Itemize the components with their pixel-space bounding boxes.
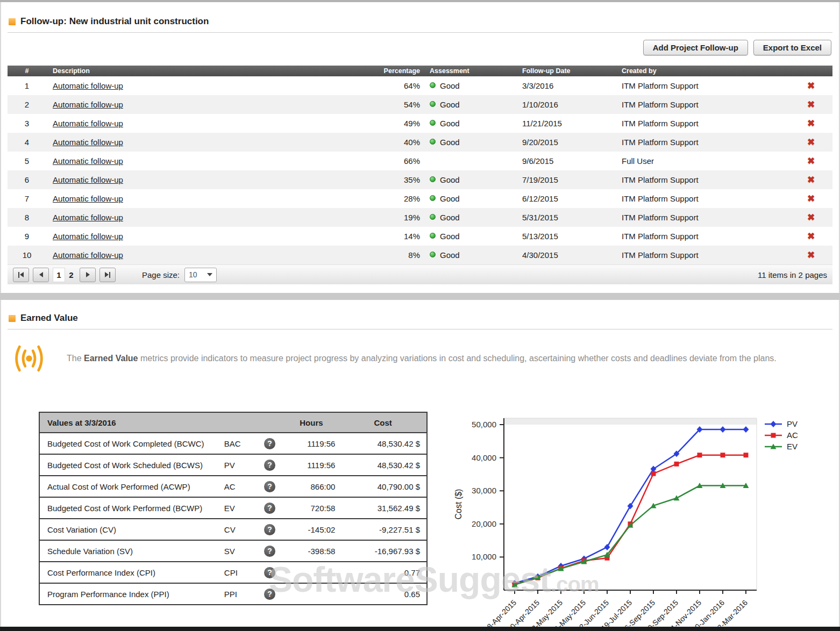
followup-link[interactable]: Automatic follow-up xyxy=(53,119,123,128)
metric-cost: 0.77 xyxy=(339,562,427,583)
followup-link[interactable]: Automatic follow-up xyxy=(53,213,123,222)
delete-icon[interactable]: ✖ xyxy=(807,193,815,204)
assessment-good-icon xyxy=(430,176,436,182)
orange-square-icon xyxy=(9,315,16,322)
table-row: 3Automatic follow-up49%Good11/21/2015ITM… xyxy=(8,114,832,133)
cell-created-by: ITM Platform Support xyxy=(622,81,789,90)
cell-created-by: ITM Platform Support xyxy=(622,232,789,241)
cell-followup-date: 9/6/2015 xyxy=(522,156,622,166)
delete-icon[interactable]: ✖ xyxy=(807,118,815,128)
metric-label: Schedule Variation (SV) xyxy=(39,540,224,562)
column-header-description[interactable]: Description xyxy=(46,67,355,75)
pager-prev-button[interactable] xyxy=(33,268,49,282)
cell-delete: ✖ xyxy=(789,137,832,148)
cell-number: 7 xyxy=(8,194,46,203)
cell-assessment: Good xyxy=(420,175,522,184)
pager-last-button[interactable] xyxy=(99,268,116,282)
assessment-good-icon xyxy=(430,233,436,239)
metrics-body: Budgeted Cost of Work Completed (BCWC)BA… xyxy=(39,433,427,605)
cell-created-by: ITM Platform Support xyxy=(622,119,789,128)
assessment-good-icon xyxy=(430,82,436,88)
table-row: 8Automatic follow-up19%Good5/31/2015ITM … xyxy=(8,208,832,227)
metric-cost: 31,562.49 $ xyxy=(339,497,427,519)
cell-assessment: Good xyxy=(420,250,522,260)
metric-cost: 0.65 xyxy=(339,583,427,605)
cell-description: Automatic follow-up xyxy=(46,213,355,222)
followup-link[interactable]: Automatic follow-up xyxy=(53,156,123,166)
cell-delete: ✖ xyxy=(789,249,832,261)
column-header-assessment[interactable]: Assessment xyxy=(420,67,522,75)
y-tick-label: 10,000 xyxy=(472,552,496,561)
followup-link[interactable]: Automatic follow-up xyxy=(53,100,123,109)
help-icon[interactable]: ? xyxy=(264,503,275,514)
earned-value-section-title: Earned Value xyxy=(9,313,78,324)
delete-icon[interactable]: ✖ xyxy=(807,175,815,185)
metric-label: Budgeted Cost of Work Scheduled (BCWS) xyxy=(39,454,224,476)
cell-delete: ✖ xyxy=(789,212,832,223)
followup-link[interactable]: Automatic follow-up xyxy=(53,81,123,90)
earned-value-info: The Earned Value metrics provide indicat… xyxy=(12,344,830,373)
legend-item-AC: AC xyxy=(764,431,798,440)
delete-icon[interactable]: ✖ xyxy=(807,250,815,260)
delete-icon[interactable]: ✖ xyxy=(807,212,815,223)
followup-link[interactable]: Automatic follow-up xyxy=(53,138,123,147)
metrics-row: Cost Performance Index (CPI)CPI?0.77 xyxy=(39,562,427,583)
delete-icon[interactable]: ✖ xyxy=(807,99,815,110)
cell-followup-date: 5/13/2015 xyxy=(522,232,622,241)
metric-label: Program Performance Index (PPI) xyxy=(39,583,224,605)
column-header-percentage[interactable]: Percentage xyxy=(355,67,420,75)
metric-cost: -16,967.93 $ xyxy=(339,540,427,562)
column-header-created-by[interactable]: Created by xyxy=(622,67,789,75)
delete-icon[interactable]: ✖ xyxy=(807,137,815,147)
metrics-row: Actual Cost of Work Performed (ACWP)AC?8… xyxy=(39,476,427,497)
section-divider xyxy=(0,293,840,300)
page-size-dropdown[interactable]: 10 xyxy=(184,268,217,282)
help-icon[interactable]: ? xyxy=(264,567,275,578)
export-to-excel-button[interactable]: Export to Excel xyxy=(753,40,831,55)
cell-assessment: Good xyxy=(420,194,522,203)
delete-icon[interactable]: ✖ xyxy=(807,156,815,166)
cell-created-by: ITM Platform Support xyxy=(622,138,789,147)
followup-link[interactable]: Automatic follow-up xyxy=(53,175,123,184)
metric-code: CV xyxy=(224,519,257,540)
page-size-label: Page size: xyxy=(142,270,180,279)
cell-description: Automatic follow-up xyxy=(46,81,355,90)
cell-percentage: 14% xyxy=(355,232,420,241)
cell-percentage: 28% xyxy=(355,194,420,203)
metric-code: AC xyxy=(224,476,257,497)
metric-label: Cost Performance Index (CPI) xyxy=(39,562,224,583)
title-divider xyxy=(8,329,832,329)
column-header-number[interactable]: # xyxy=(8,67,46,75)
cell-description: Automatic follow-up xyxy=(46,138,355,147)
cell-percentage: 64% xyxy=(355,81,420,90)
metric-hours: -398:58 xyxy=(283,540,340,562)
assessment-good-icon xyxy=(430,139,436,145)
add-project-followup-button[interactable]: Add Project Follow-up xyxy=(643,40,748,55)
help-icon[interactable]: ? xyxy=(264,524,275,535)
followup-link[interactable]: Automatic follow-up xyxy=(53,232,123,241)
assessment-label: Good xyxy=(440,194,460,203)
cell-delete: ✖ xyxy=(789,80,832,91)
earned-value-title: Earned Value xyxy=(20,313,78,324)
column-header-date[interactable]: Follow-up Date xyxy=(522,67,622,75)
help-icon[interactable]: ? xyxy=(264,589,275,600)
help-icon[interactable]: ? xyxy=(264,460,275,471)
help-icon[interactable]: ? xyxy=(264,481,275,492)
metric-code: PV xyxy=(224,454,257,476)
followup-link[interactable]: Automatic follow-up xyxy=(53,194,123,203)
pager-page-1[interactable]: 1 xyxy=(53,268,65,282)
metrics-row: Schedule Variation (SV)SV?-398:58-16,967… xyxy=(39,540,427,562)
followup-link[interactable]: Automatic follow-up xyxy=(53,250,123,260)
help-icon[interactable]: ? xyxy=(264,546,275,557)
pager-first-button[interactable] xyxy=(13,268,29,282)
prev-page-icon xyxy=(39,272,43,277)
delete-icon[interactable]: ✖ xyxy=(807,231,815,241)
assessment-label: Good xyxy=(440,175,460,184)
pager-page-2[interactable]: 2 xyxy=(65,268,77,282)
assessment-good-icon xyxy=(430,252,436,257)
series-PV xyxy=(512,426,749,586)
delete-icon[interactable]: ✖ xyxy=(807,81,815,91)
cell-assessment: Good xyxy=(420,119,522,128)
pager-next-button[interactable] xyxy=(80,268,96,282)
help-icon[interactable]: ? xyxy=(264,438,275,449)
